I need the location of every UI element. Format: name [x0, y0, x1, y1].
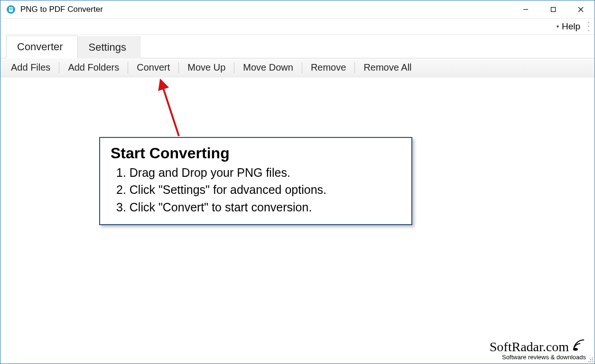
minimize-button[interactable]: [512, 0, 539, 18]
separator: [128, 62, 128, 73]
add-files-button[interactable]: Add Files: [5, 60, 56, 75]
convert-label: Convert: [137, 62, 170, 73]
move-up-button[interactable]: Move Up: [182, 60, 231, 75]
annotation-arrow-icon: [153, 78, 191, 140]
maximize-button[interactable]: [539, 0, 567, 18]
move-up-label: Move Up: [187, 62, 225, 73]
svg-line-8: [162, 84, 179, 136]
menubar: ▾ Help: [0, 18, 595, 35]
radar-icon: [572, 338, 586, 355]
tab-settings-label: Settings: [89, 41, 127, 53]
add-folders-label: Add Folders: [68, 62, 119, 73]
toolbar: Add Files Add Folders Convert Move Up Mo…: [0, 58, 595, 77]
instruction-step: 2. Click "Settings" for advanced options…: [111, 181, 401, 198]
svg-point-9: [573, 348, 578, 351]
separator: [234, 62, 234, 73]
remove-all-button[interactable]: Remove All: [358, 60, 417, 75]
remove-all-label: Remove All: [363, 62, 411, 73]
move-down-button[interactable]: Move Down: [237, 60, 299, 75]
close-button[interactable]: [567, 0, 595, 18]
instruction-heading: Start Converting: [111, 145, 401, 162]
separator: [59, 62, 59, 73]
toolbar-grip-icon: [588, 22, 592, 31]
window-title: PNG to PDF Converter: [20, 5, 512, 14]
separator: [302, 62, 302, 73]
titlebar: PNG to PDF Converter: [0, 0, 595, 18]
app-icon: [6, 5, 16, 14]
separator: [354, 62, 355, 73]
svg-rect-2: [10, 8, 12, 9]
instruction-step: 3. Click "Convert" to start conversion.: [111, 199, 401, 216]
watermark-brand: SoftRadar.com: [490, 339, 569, 355]
instruction-panel: Start Converting 1. Drag and Drop your P…: [99, 137, 412, 225]
add-folders-button[interactable]: Add Folders: [62, 60, 125, 75]
add-files-label: Add Files: [11, 62, 50, 73]
tab-converter[interactable]: Converter: [6, 36, 78, 58]
tab-settings[interactable]: Settings: [78, 36, 141, 58]
remove-button[interactable]: Remove: [305, 60, 352, 75]
move-down-label: Move Down: [243, 62, 293, 73]
separator: [178, 62, 179, 73]
dropdown-caret-icon: ▾: [557, 24, 559, 29]
svg-rect-5: [551, 7, 556, 11]
help-menu[interactable]: ▾ Help: [552, 20, 585, 33]
watermark-tagline: Software reviews & downloads: [490, 354, 586, 361]
watermark: SoftRadar.com Software reviews & downloa…: [490, 338, 586, 361]
svg-rect-3: [10, 9, 12, 9]
tab-converter-label: Converter: [17, 41, 63, 53]
tab-bar: Converter Settings: [0, 35, 595, 58]
file-list-area[interactable]: Start Converting 1. Drag and Drop your P…: [0, 77, 595, 364]
resize-grip-icon[interactable]: [587, 356, 594, 363]
convert-button[interactable]: Convert: [131, 60, 176, 75]
instruction-step: 1. Drag and Drop your PNG files.: [111, 164, 401, 181]
remove-label: Remove: [311, 62, 346, 73]
help-label: Help: [562, 21, 580, 32]
